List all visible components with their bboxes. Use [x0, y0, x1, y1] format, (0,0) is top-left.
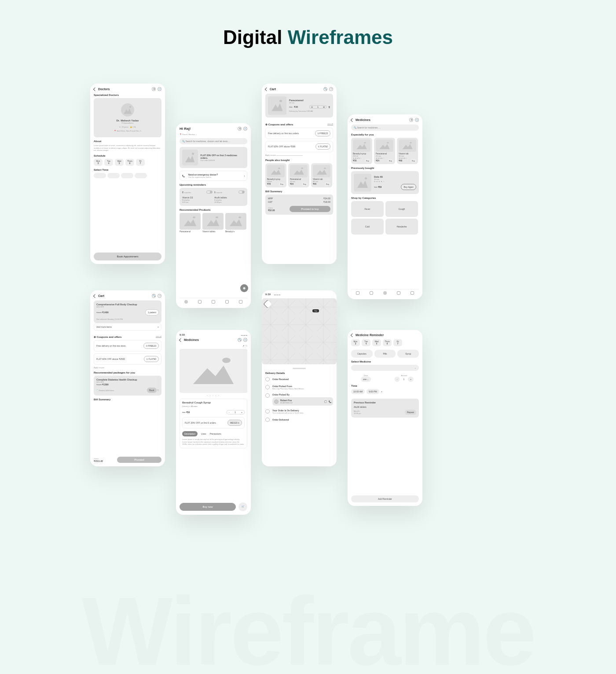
- product-card[interactable]: Vitamin tab30 nos₹45Buy: [311, 163, 332, 187]
- settings-icon[interactable]: ⚙: [152, 87, 156, 91]
- dose-select[interactable]: one ⌄: [361, 377, 371, 382]
- cart-fab-icon[interactable]: 🛒: [238, 502, 247, 511]
- product-card[interactable]: Paracetamol20 nos★★★★☆₹24Buy: [374, 138, 395, 164]
- settings-icon[interactable]: ⚙: [238, 127, 242, 131]
- time-chip[interactable]: 10:00 AM: [351, 389, 365, 394]
- patient-select[interactable]: 1 patient: [145, 309, 159, 315]
- product-card[interactable]: Vitamin tablets: [202, 213, 224, 233]
- qty-plus[interactable]: +: [239, 410, 244, 414]
- back-icon[interactable]: [265, 87, 268, 91]
- time-chip[interactable]: 9:00 PM: [367, 389, 379, 394]
- book-button[interactable]: Book Appointment: [94, 253, 161, 260]
- type-chip[interactable]: Capsules: [351, 350, 373, 358]
- day-chip[interactable]: Mon3: [351, 339, 360, 346]
- day-chip[interactable]: Wed5: [115, 159, 124, 166]
- product-card[interactable]: Paracetamol: [180, 213, 201, 233]
- day-chips[interactable]: Mon3Tue4Wed5Thurs6Fri7: [94, 159, 161, 166]
- cart-icon[interactable]: 🛒: [158, 87, 161, 91]
- category-card[interactable]: Fever: [351, 201, 384, 217]
- category-card[interactable]: Cold: [351, 219, 384, 234]
- repeat-button[interactable]: Repeat: [405, 410, 416, 415]
- tab[interactable]: Description: [182, 431, 198, 436]
- day-chip[interactable]: Tue4: [104, 159, 113, 166]
- screen-reminder: Medicine Reminder Mon3Tue4Wed5Thurs6Fri7…: [348, 330, 422, 506]
- map[interactable]: You: [262, 298, 337, 364]
- plus-icon[interactable]: +: [158, 326, 159, 328]
- search-icon[interactable]: 🔍: [323, 87, 327, 91]
- emergency-card[interactable]: 📞 Need an emergency doctor?Use the urgen…: [180, 171, 247, 181]
- product-card[interactable]: Benadryl syrup200 ml★★★★☆₹78Buy: [351, 138, 372, 164]
- promo-code[interactable]: MED23 ⎘: [227, 420, 242, 426]
- info-icon[interactable]: i: [244, 175, 245, 177]
- qty-minus[interactable]: ⊖: [310, 106, 314, 108]
- toggle[interactable]: [206, 190, 213, 194]
- share-icon[interactable]: ↗: [242, 344, 244, 347]
- cart-icon[interactable]: 🛒: [243, 127, 247, 131]
- tab[interactable]: Precautions: [209, 432, 221, 435]
- buy-again-button[interactable]: Buy Again: [401, 184, 416, 190]
- qty-minus[interactable]: -: [227, 410, 231, 414]
- add-time-icon[interactable]: +: [381, 390, 382, 393]
- product-card[interactable]: Benadryl s: [225, 213, 246, 233]
- day-chip[interactable]: Fri7: [393, 339, 402, 346]
- book-button[interactable]: Book: [147, 388, 156, 393]
- medicine-select[interactable]: ⌄: [351, 365, 419, 371]
- day-chip[interactable]: Fri7: [136, 159, 145, 166]
- cart-icon[interactable]: 🛒: [243, 338, 247, 342]
- type-chip[interactable]: Pills: [374, 350, 396, 358]
- day-chip[interactable]: Thurs6: [383, 339, 392, 346]
- search-input[interactable]: 🔍 Search for medicines.....: [351, 125, 419, 131]
- view-all[interactable]: view all: [156, 335, 161, 337]
- day-chip[interactable]: Tue4: [362, 339, 370, 346]
- chat-icon[interactable]: 💬: [324, 400, 327, 403]
- coupon-code[interactable]: ⎘ FREE23: [143, 343, 159, 349]
- heart-icon[interactable]: ♡: [329, 87, 333, 91]
- day-chip[interactable]: Mon3: [94, 159, 103, 166]
- fab-clock-icon[interactable]: 🕐: [240, 284, 248, 292]
- heart-icon[interactable]: ♡: [246, 344, 247, 347]
- product-card[interactable]: Vitamin tab30 nos★★★★☆₹48Buy: [397, 138, 418, 164]
- product-card[interactable]: Benadryl syrup200ml₹78Buy: [265, 163, 286, 187]
- search-icon[interactable]: 🔍: [238, 338, 242, 342]
- buy-button[interactable]: Buy now: [180, 503, 236, 511]
- heart-icon[interactable]: ♡: [158, 294, 161, 298]
- amt-plus[interactable]: +: [408, 377, 414, 382]
- search-input[interactable]: 🔍 Search for medicines, doctors and lab …: [180, 138, 247, 144]
- coupon-code[interactable]: ⎘ FLAT60: [144, 356, 159, 362]
- day-chip[interactable]: Wed5: [372, 339, 381, 346]
- back-icon[interactable]: [351, 333, 354, 337]
- category-card[interactable]: Headache: [385, 219, 418, 234]
- proceed-button[interactable]: Proceed to buy: [290, 206, 330, 212]
- proceed-button[interactable]: Proceed: [117, 457, 161, 463]
- bottom-nav[interactable]: [180, 298, 247, 305]
- add-reminder-button[interactable]: Add Reminder: [351, 495, 419, 502]
- back-icon[interactable]: [93, 294, 97, 297]
- back-icon[interactable]: [179, 338, 183, 341]
- tab[interactable]: Uses: [201, 432, 206, 435]
- cart-icon[interactable]: 🛒: [415, 118, 419, 122]
- settings-icon[interactable]: ⚙: [409, 118, 413, 122]
- view-all[interactable]: view all: [327, 123, 333, 125]
- qty-plus[interactable]: ⊕: [322, 106, 326, 108]
- screen-product: 9:30▬ ▬ ▬ Medicines🔍🛒 ↗♡ • • • • • Benad…: [176, 330, 251, 515]
- toggle[interactable]: [238, 190, 245, 194]
- apply-coupon[interactable]: Apply coupon: [265, 154, 333, 156]
- type-chip[interactable]: Syrup: [397, 350, 419, 358]
- back-icon[interactable]: [263, 300, 272, 308]
- amt-minus[interactable]: -: [395, 377, 400, 382]
- bottom-nav[interactable]: [351, 289, 419, 297]
- product-card[interactable]: Paracetamol10 nos₹34Buy: [288, 163, 309, 187]
- location[interactable]: Panvel, Mumbai: [182, 133, 195, 136]
- back-icon[interactable]: [93, 87, 97, 91]
- coupon-code[interactable]: ⎘ FREE23: [315, 130, 330, 136]
- title-word1: Digital: [223, 26, 282, 48]
- apply-coupon[interactable]: Apply coupon: [94, 366, 161, 369]
- day-chip[interactable]: Thurs6: [125, 159, 134, 166]
- add-items[interactable]: Add more items+: [94, 323, 161, 331]
- coupon-code[interactable]: ⎘ FLAT60: [315, 143, 330, 150]
- search-icon[interactable]: 🔍: [152, 294, 156, 298]
- category-card[interactable]: Cough: [385, 201, 418, 217]
- delete-icon[interactable]: 🗑: [328, 106, 330, 108]
- back-icon[interactable]: [351, 118, 354, 121]
- call-icon[interactable]: 📞: [329, 400, 331, 403]
